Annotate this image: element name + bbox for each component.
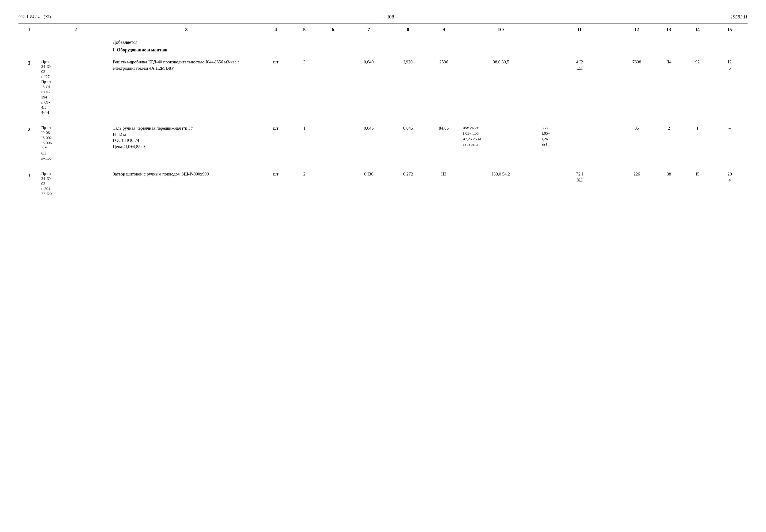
col-header-11: II xyxy=(540,24,619,35)
table-row: 3 Пр-нт 24-IO- 02 п.304 22-I20- I Затвор… xyxy=(18,168,748,205)
section-label-row: Добавляется: xyxy=(18,35,748,47)
spacer-row xyxy=(18,164,748,168)
col-header-3: 3 xyxy=(111,24,261,35)
col-header-15: I5 xyxy=(712,24,748,35)
col-header-1: I xyxy=(18,24,40,35)
row-col10-1: 38,0 30,5 xyxy=(462,56,540,118)
row-col9-2: 84,65 xyxy=(426,122,462,164)
header-right: 19581·11 xyxy=(730,14,748,20)
col-header-2: 2 xyxy=(40,24,111,35)
row-col8-2: 0,045 xyxy=(390,122,426,164)
main-table: I 2 3 4 5 6 7 8 9 IO II I2 I3 I4 I5 xyxy=(18,24,748,204)
col-header-8: 8 xyxy=(390,24,426,35)
row-col5-3: 2 xyxy=(290,168,319,205)
row-col13-2: 2 xyxy=(655,122,683,164)
row-unit-2: шт xyxy=(261,122,290,164)
col-header-12: I2 xyxy=(619,24,655,35)
row-col11-3: 72,I I6,I xyxy=(540,168,619,205)
section-header: I. Оборудование и монтаж xyxy=(111,46,261,56)
row-col11-2: 3,7х I,05= I,26 за I т xyxy=(540,122,619,164)
col-header-7: 7 xyxy=(347,24,390,35)
spacer-row xyxy=(18,118,748,122)
row-col5-2: I xyxy=(290,122,319,164)
row-col7-3: 0,I36 xyxy=(347,168,390,205)
row-number-1: I xyxy=(18,56,40,118)
col-header-10: IO xyxy=(462,24,540,35)
row-col6-3 xyxy=(319,168,347,205)
header-center: – I08 – xyxy=(51,14,730,20)
row-unit-3: шт xyxy=(261,168,290,205)
row-ref-3: Пр-нт 24-IO- 02 п.304 22-I20- I xyxy=(40,168,111,205)
col-header-9: 9 xyxy=(426,24,462,35)
row-number-2: 2 xyxy=(18,122,40,164)
row-number-3: 3 xyxy=(18,168,40,205)
row-col10-3: I39,0 54,2 xyxy=(462,168,540,205)
col-header-13: I3 xyxy=(655,24,683,35)
col-header-14: I4 xyxy=(683,24,712,35)
row-col9-1: 2536 xyxy=(426,56,462,118)
row-col14-1: 92 xyxy=(683,56,712,118)
row-col15-2: – xyxy=(712,122,748,164)
row-col8-1: I,920 xyxy=(390,56,426,118)
row-col12-1: 7608 xyxy=(619,56,655,118)
page-header: 902–I–84.84 (XI) – I08 – 19581·11 xyxy=(18,14,748,22)
row-ref-1: Пр-т 24-IO- 02 п.I27 Пр-нт I5-OI п.OI- 3… xyxy=(40,56,111,118)
header-left: 902–I–84.84 (XI) xyxy=(18,15,51,19)
row-ref-2: Пр-нт I9-06 I6-002 I6-006 3-У- 6II к=I,0… xyxy=(40,122,111,164)
row-unit-1: шт xyxy=(261,56,290,118)
row-col15-1: I2 5 xyxy=(712,56,748,118)
table-container: I 2 3 4 5 6 7 8 9 IO II I2 I3 I4 I5 xyxy=(18,24,748,204)
row-col8-3: 0,272 xyxy=(390,168,426,205)
section-header-row: I. Оборудование и монтаж xyxy=(18,46,748,56)
row-col6-2 xyxy=(319,122,347,164)
row-col11-1: 4,I2 I,5I xyxy=(540,56,619,118)
table-row: 2 Пр-нт I9-06 I6-002 I6-006 3-У- 6II к=I… xyxy=(18,122,748,164)
row-col7-1: 0,640 xyxy=(347,56,390,118)
row-col15-3: 20 4 xyxy=(712,168,748,205)
row-col5-1: 3 xyxy=(290,56,319,118)
row-col9-3: II3 xyxy=(426,168,462,205)
table-row: I Пр-т 24-IO- 02 п.I27 Пр-нт I5-OI п.OI-… xyxy=(18,56,748,118)
row-col10-2: 45х 24,2х I,05= I,05 47,25 25,4I за Iт з… xyxy=(462,122,540,164)
row-col13-3: 38 xyxy=(655,168,683,205)
row-col14-2: I xyxy=(683,122,712,164)
row-desc-1: Решетка-дробилка КРД-40 производительнос… xyxy=(111,56,261,118)
row-desc-3: Затвор щитовой с ручным приводом ЗЩ-Р-90… xyxy=(111,168,261,205)
col-header-6: 6 xyxy=(319,24,347,35)
row-col12-3: 226 xyxy=(619,168,655,205)
row-col7-2: 0.045 xyxy=(347,122,390,164)
row-col14-3: I5 xyxy=(683,168,712,205)
row-col13-1: II4 xyxy=(655,56,683,118)
row-col12-2: 85 xyxy=(619,122,655,164)
section-label: Добавляется: xyxy=(111,35,261,47)
row-desc-2: Таль ручная червячная передвижная г/п I … xyxy=(111,122,261,164)
col-header-5: 5 xyxy=(290,24,319,35)
column-header-row: I 2 3 4 5 6 7 8 9 IO II I2 I3 I4 I5 xyxy=(18,24,748,35)
col-header-4: 4 xyxy=(261,24,290,35)
row-col6-1 xyxy=(319,56,347,118)
